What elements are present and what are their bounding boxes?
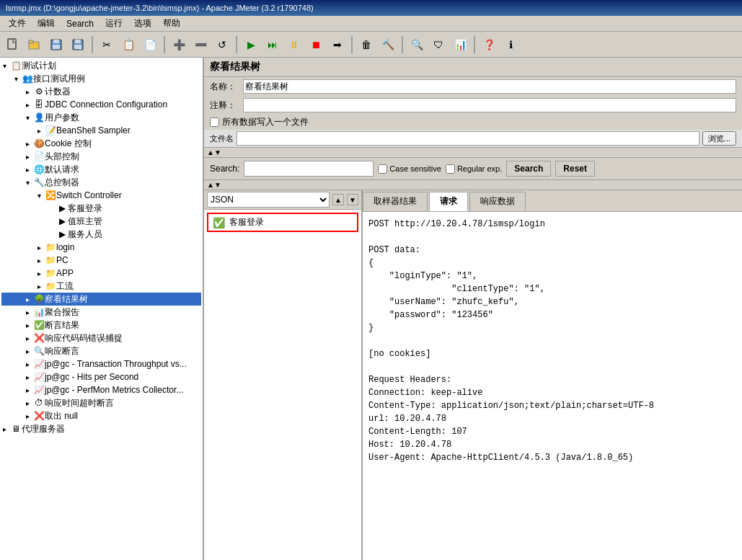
menu-options[interactable]: 选项 bbox=[128, 16, 157, 31]
format-select[interactable]: JSON bbox=[207, 192, 330, 208]
menu-file[interactable]: 文件 bbox=[3, 16, 32, 31]
reset-button[interactable]: Reset bbox=[555, 161, 595, 177]
tree-icon-agg-report: 📊 bbox=[33, 306, 45, 318]
tree-item-agg-report[interactable]: ▸📊聚合报告 bbox=[1, 306, 201, 319]
toolbar-save[interactable] bbox=[46, 35, 66, 55]
tree-icon-jp-hits: 📈 bbox=[33, 371, 45, 383]
toolbar-pause[interactable]: ⏸ bbox=[284, 35, 304, 55]
tree-item-controller[interactable]: ▾🔧总控制器 bbox=[1, 176, 201, 189]
tree-item-proxy-server[interactable]: ▸🖥代理服务器 bbox=[1, 422, 201, 435]
tree-label-beanshell: BeanShell Sampler bbox=[56, 125, 131, 135]
tree-item-header[interactable]: ▸📄头部控制 bbox=[1, 150, 201, 163]
tree-icon-user-vars: 👤 bbox=[33, 112, 45, 123]
list-scroll-up[interactable]: ▲ bbox=[332, 194, 344, 205]
tree-item-response-assert[interactable]: ▸❌响应代码码错误捕捉 bbox=[1, 332, 201, 345]
toolbar-open[interactable] bbox=[25, 35, 45, 55]
name-input[interactable] bbox=[243, 79, 736, 94]
toolbar-sep6 bbox=[474, 36, 475, 53]
svg-rect-5 bbox=[53, 45, 60, 49]
tree-label-response-timer: 响应时间超时断言 bbox=[45, 397, 114, 409]
tree-item-workflow[interactable]: ▸📁工流 bbox=[1, 280, 201, 293]
expand-arrow: ▸ bbox=[26, 101, 33, 109]
tree-item-zhuban-mgr[interactable]: ▶值班主管 bbox=[1, 215, 201, 228]
tab-1[interactable]: 请求 bbox=[429, 192, 468, 211]
menu-run[interactable]: 运行 bbox=[100, 16, 128, 31]
tree-label-pc: PC bbox=[56, 255, 69, 265]
tree-item-remove-null[interactable]: ▸❌取出 null bbox=[1, 409, 201, 422]
toolbar-help[interactable]: ❓ bbox=[479, 35, 499, 55]
toolbar-next[interactable]: ➡ bbox=[327, 35, 348, 55]
toolbar-sep4 bbox=[351, 36, 353, 53]
tree-icon-result-tree: 🌳 bbox=[33, 293, 45, 305]
menu-search[interactable]: Search bbox=[61, 17, 100, 30]
menu-help[interactable]: 帮助 bbox=[157, 16, 186, 31]
toolbar-clear-all[interactable]: 🔨 bbox=[378, 35, 398, 55]
tree-item-service-person[interactable]: ▶服务人员 bbox=[1, 228, 201, 241]
tree-item-jp-throughput[interactable]: ▸📈jp@gc - Transaction Throughput vs... bbox=[1, 357, 201, 370]
tree-item-switch[interactable]: ▾🔀Switch Controller bbox=[1, 189, 201, 202]
scroll-down[interactable]: ▼ bbox=[214, 148, 221, 156]
expand-arrow: ▸ bbox=[26, 88, 33, 96]
menu-edit[interactable]: 编辑 bbox=[32, 16, 61, 31]
tree-item-interface-test[interactable]: ▾👥接口测试用例 bbox=[1, 72, 201, 85]
tab-2[interactable]: 响应数据 bbox=[469, 192, 526, 211]
toolbar-paste[interactable]: 📄 bbox=[140, 35, 160, 55]
expand-arrow: ▸ bbox=[37, 244, 45, 252]
toolbar-clear[interactable]: 🗑 bbox=[356, 35, 376, 55]
tree-item-login[interactable]: ▸📁login bbox=[1, 241, 201, 254]
toolbar-start-no-pause[interactable]: ⏭ bbox=[262, 35, 283, 55]
tree-item-assert-result[interactable]: ▸✅断言结果 bbox=[1, 319, 201, 332]
tree-item-test-plan[interactable]: ▾📋测试计划 bbox=[1, 59, 201, 72]
toolbar-saveas[interactable]: + bbox=[68, 35, 88, 55]
svg-text:+: + bbox=[79, 46, 81, 51]
tree-label-jp-hits: jp@gc - Hits per Second bbox=[45, 372, 138, 382]
scroll-up[interactable]: ▲ bbox=[207, 148, 214, 156]
tree-label-jp-perfmon: jp@gc - PerfMon Metrics Collector... bbox=[45, 385, 183, 395]
toolbar-stop[interactable]: ⏹ bbox=[306, 35, 326, 55]
toolbar-cut[interactable]: ✂ bbox=[97, 35, 117, 55]
case-sensitive-checkbox[interactable] bbox=[378, 164, 387, 174]
tree-item-jp-hits[interactable]: ▸📈jp@gc - Hits per Second bbox=[1, 370, 201, 383]
toolbar-search[interactable]: 🔍 bbox=[407, 35, 427, 55]
result-item-0[interactable]: ✅客服登录 bbox=[207, 213, 358, 232]
tree-item-response-assert2[interactable]: ▸🔍响应断言 bbox=[1, 345, 201, 357]
tree-item-kefu-login[interactable]: ▶客服登录 bbox=[1, 202, 201, 215]
tree-item-jp-perfmon[interactable]: ▸📈jp@gc - PerfMon Metrics Collector... bbox=[1, 383, 201, 396]
tree-item-cookie[interactable]: ▸🍪Cookie 控制 bbox=[1, 137, 201, 150]
tree-item-default-req[interactable]: ▸🌐默认请求 bbox=[1, 163, 201, 176]
toolbar-copy[interactable]: 📋 bbox=[118, 35, 138, 55]
comment-input[interactable] bbox=[243, 98, 736, 112]
scroll-up2[interactable]: ▲ bbox=[207, 181, 214, 189]
toolbar-new[interactable] bbox=[3, 35, 23, 55]
tree-item-jdbc[interactable]: ▸🗄JDBC Connection Configuration bbox=[1, 98, 201, 111]
file-checkbox[interactable] bbox=[210, 117, 219, 127]
toolbar-start[interactable]: ▶ bbox=[241, 35, 261, 55]
tree-item-app[interactable]: ▸📁APP bbox=[1, 267, 201, 280]
toolbar-expand[interactable]: ➕ bbox=[169, 35, 189, 55]
filename-input[interactable] bbox=[237, 131, 699, 146]
toolbar-shield[interactable]: 🛡 bbox=[428, 35, 449, 55]
tree-icon-header: 📄 bbox=[33, 151, 45, 162]
toolbar-info[interactable]: ℹ bbox=[500, 35, 521, 55]
tree-item-response-timer[interactable]: ▸⏱响应时间超时断言 bbox=[1, 396, 201, 409]
toolbar-collapse[interactable]: ➖ bbox=[190, 35, 211, 55]
search-input[interactable] bbox=[244, 161, 374, 177]
tree-item-beanshell[interactable]: ▸📝BeanShell Sampler bbox=[1, 124, 201, 137]
name-label: 名称： bbox=[210, 81, 239, 93]
tree-icon-response-assert2: 🔍 bbox=[33, 345, 45, 357]
list-scroll-down[interactable]: ▼ bbox=[347, 194, 358, 205]
tree-item-result-tree[interactable]: ▸🌳察看结果树 bbox=[1, 293, 201, 306]
search-button[interactable]: Search bbox=[506, 161, 551, 177]
tab-0[interactable]: 取样器结果 bbox=[363, 192, 428, 211]
tree-icon-app: 📁 bbox=[45, 267, 56, 279]
scroll-down2[interactable]: ▼ bbox=[214, 181, 221, 189]
browse-button[interactable]: 浏览... bbox=[702, 131, 736, 146]
regex-checkbox[interactable] bbox=[446, 164, 455, 174]
tree-item-counter[interactable]: ▸⚙计数器 bbox=[1, 85, 201, 98]
tree-item-user-vars[interactable]: ▾👤用户参数 bbox=[1, 111, 201, 124]
toolbar-chart[interactable]: 📊 bbox=[450, 35, 470, 55]
result-item-label-0: 客服登录 bbox=[229, 216, 264, 228]
expand-arrow: ▾ bbox=[37, 192, 45, 200]
toolbar-toggle[interactable]: ↺ bbox=[212, 35, 232, 55]
tree-item-pc[interactable]: ▸📁PC bbox=[1, 254, 201, 267]
